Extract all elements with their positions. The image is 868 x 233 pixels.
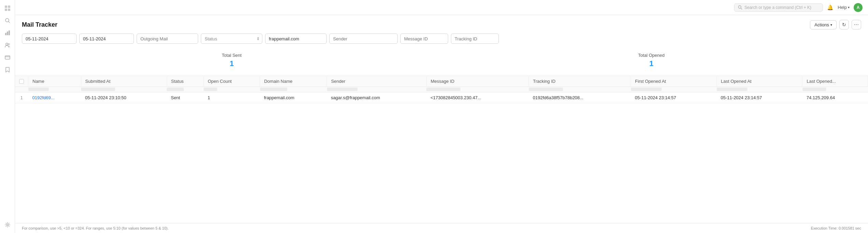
col-message-id[interactable]: Message ID [426,76,529,87]
col-sender[interactable]: Sender [327,76,427,87]
actions-chevron-icon: ▾ [830,23,832,27]
filters-row: Status Sent Failed ⇕ [15,29,868,47]
page-title: Mail Tracker [22,21,57,28]
sidebar-icon-analytics[interactable] [2,27,13,38]
notifications-icon[interactable]: 🔔 [827,4,833,11]
status-select[interactable]: Status Sent Failed [201,34,262,44]
settings-icon[interactable] [2,219,13,230]
footer: For comparison, use >5, <10 or =324. For… [15,223,868,233]
row-domain-name: frappemail.com [260,92,327,103]
actions-label: Actions [814,22,829,27]
svg-rect-6 [5,33,6,35]
topbar-right: 🔔 Help ▾ A [827,3,863,12]
actions-button[interactable]: Actions ▾ [810,20,837,29]
footer-hint: For comparison, use >5, <10 or =324. For… [22,226,169,230]
avatar-label: A [857,5,860,10]
more-icon: ⋯ [854,22,859,27]
topbar: Search or type a command (Ctrl + K) 🔔 He… [15,0,868,15]
col-status[interactable]: Status [167,76,203,87]
svg-line-5 [9,22,10,23]
col-name[interactable]: Name [28,76,81,87]
total-opened-stat: Total Opened 1 [442,50,862,71]
svg-rect-11 [5,56,10,59]
help-chevron-icon: ▾ [848,5,850,9]
total-opened-value: 1 [649,59,653,68]
col-first-opened-at[interactable]: First Opened At [631,76,717,87]
refresh-button[interactable]: ↻ [839,20,849,29]
svg-point-14 [739,6,741,9]
sidebar-icon-logo[interactable] [2,3,13,14]
table-header-row: Name Submitted At Status Open Count Doma… [15,76,868,87]
row-message-id: <173082845003.230.47... [426,92,529,103]
refresh-icon: ↻ [842,22,846,27]
select-all-checkbox[interactable] [19,79,24,84]
total-sent-value: 1 [230,59,234,68]
table-filter-row [15,87,868,92]
help-menu[interactable]: Help ▾ [838,5,850,10]
sender-input[interactable] [329,34,398,44]
execution-time: Execution Time: 0.001581 sec [811,226,861,230]
svg-rect-2 [5,9,7,11]
date-to-input[interactable] [79,34,134,44]
col-checkbox [15,76,28,87]
row-name[interactable]: 0192fd69... [28,92,81,103]
svg-rect-7 [7,31,8,35]
more-options-button[interactable]: ⋯ [852,20,861,29]
total-sent-label: Total Sent [222,53,242,58]
sidebar-icon-bookmark[interactable] [2,64,13,75]
row-submitted-at: 05-11-2024 23:10:50 [81,92,167,103]
row-last-opened-ip: 74.125.209.64 [802,92,868,103]
search-icon [738,5,742,10]
table-row[interactable]: 1 0192fd69... 05-11-2024 23:10:50 Sent 1… [15,92,868,103]
col-submitted-at[interactable]: Submitted At [81,76,167,87]
row-sender: sagar.s@frappemail.com [327,92,427,103]
main-content: Search or type a command (Ctrl + K) 🔔 He… [15,0,868,233]
header-actions: Actions ▾ ↻ ⋯ [810,20,861,29]
mail-type-input[interactable] [137,34,198,44]
table-wrapper: Name Submitted At Status Open Count Doma… [15,76,868,223]
mail-tracker-table: Name Submitted At Status Open Count Doma… [15,76,868,103]
col-last-opened-ip[interactable]: Last Opened... [802,76,868,87]
sidebar-icon-users[interactable] [2,40,13,51]
sidebar-icon-search[interactable] [2,15,13,26]
svg-rect-0 [5,5,7,8]
svg-point-9 [6,43,8,45]
help-label: Help [838,5,847,10]
sidebar [0,0,15,233]
row-tracking-id: 0192fd6a38f57b78b208... [529,92,631,103]
row-status: Sent [167,92,203,103]
svg-rect-3 [8,9,10,11]
page-header: Mail Tracker Actions ▾ ↻ ⋯ [15,15,868,29]
sidebar-icon-card[interactable] [2,52,13,63]
col-open-count[interactable]: Open Count [204,76,260,87]
svg-point-13 [6,224,8,226]
search-bar[interactable]: Search or type a command (Ctrl + K) [734,3,823,12]
status-filter-wrapper: Status Sent Failed ⇕ [201,34,262,44]
total-opened-label: Total Opened [638,53,664,58]
row-index: 1 [15,92,28,103]
search-placeholder: Search or type a command (Ctrl + K) [744,5,811,10]
col-tracking-id[interactable]: Tracking ID [529,76,631,87]
date-from-input[interactable] [22,34,77,44]
tracking-id-input[interactable] [451,34,499,44]
svg-point-10 [8,43,10,45]
stats-row: Total Sent 1 Total Opened 1 [15,47,868,76]
total-sent-stat: Total Sent 1 [22,50,442,71]
col-last-opened-at[interactable]: Last Opened At [717,76,802,87]
svg-rect-1 [8,5,10,8]
row-last-opened-at: 05-11-2024 23:14:57 [717,92,802,103]
domain-input[interactable] [265,34,327,44]
page-content: Mail Tracker Actions ▾ ↻ ⋯ St [15,15,868,233]
message-id-input[interactable] [400,34,448,44]
col-domain-name[interactable]: Domain Name [260,76,327,87]
svg-line-15 [741,8,742,9]
svg-rect-8 [9,30,10,35]
row-open-count: 1 [204,92,260,103]
avatar[interactable]: A [854,3,863,12]
row-first-opened-at: 05-11-2024 23:14:57 [631,92,717,103]
